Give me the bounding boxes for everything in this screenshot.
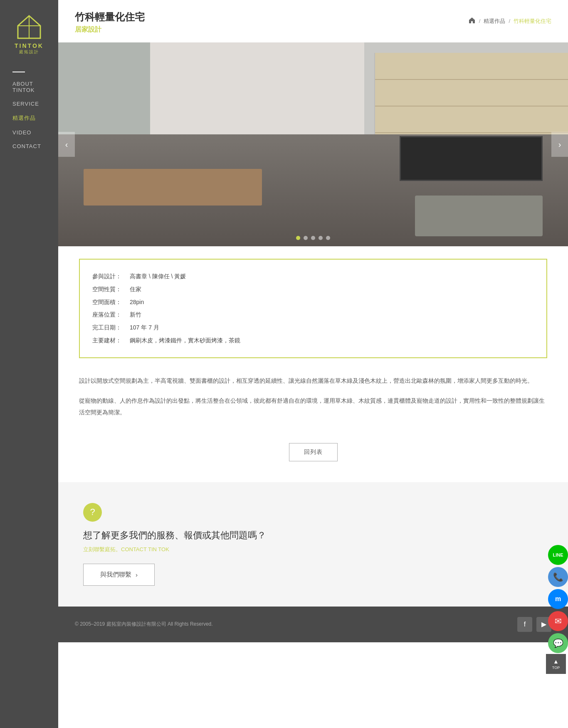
info-space-type-value: 住家: [130, 283, 141, 296]
logo-area: TINTOK 庭拓設計: [0, 8, 58, 63]
carousel-section: ‹ ›: [58, 42, 568, 246]
back-btn-section: 回列表: [58, 439, 568, 474]
sidebar-item-portfolio[interactable]: 精選作品: [12, 114, 46, 122]
question-icon: ?: [83, 503, 102, 522]
email-float-button[interactable]: ✉: [548, 611, 568, 631]
info-row-location: 座落位置： 新竹: [92, 308, 534, 321]
contact-btn-label: 與我們聯繫: [100, 571, 131, 579]
page-header: 竹科輕量化住宅 居家設計 / 精選作品 / 竹科輕量化住宅: [58, 0, 568, 42]
info-row-space-area: 空間面積： 28pin: [92, 296, 534, 309]
messenger-icon: m: [555, 595, 561, 603]
breadcrumb-level1[interactable]: 精選作品: [484, 17, 505, 25]
room-table: [84, 169, 262, 206]
facebook-icon[interactable]: f: [517, 617, 532, 632]
info-space-type-label: 空間性質：: [92, 283, 130, 296]
scroll-top-arrow-icon: ▲: [553, 658, 559, 665]
info-location-label: 座落位置：: [92, 308, 130, 321]
footer: © 2005–2019 庭拓室內裝修設計有限公司 All Rights Rese…: [58, 607, 568, 642]
scroll-top-label: TOP: [552, 666, 560, 670]
sidebar-item-about[interactable]: ABOUT TINTOK: [12, 81, 46, 93]
float-buttons: LINE 📞 m ✉ 💬: [548, 545, 568, 653]
nav-menu: ABOUT TINTOK SERVICE 精選作品 VIDEO CONTACT: [0, 81, 58, 149]
breadcrumb-home-icon[interactable]: [468, 17, 476, 25]
breadcrumb-level2: 竹科輕量化住宅: [514, 17, 551, 25]
info-date-value: 107 年 7 月: [130, 321, 159, 334]
footer-copyright: © 2005–2019 庭拓室內裝修設計有限公司 All Rights Rese…: [75, 621, 213, 628]
carousel-prev-button[interactable]: ‹: [58, 132, 75, 157]
info-date-label: 完工日期：: [92, 321, 130, 334]
info-materials-value: 鋼刷木皮，烤漆鐵件，實木砂面烤漆，茶鏡: [130, 334, 240, 347]
info-space-area-value: 28pin: [130, 296, 144, 309]
info-location-value: 新竹: [130, 308, 141, 321]
logo-text-cn: 庭拓設計: [19, 49, 39, 55]
logo-icon: [15, 12, 44, 42]
description-section: 設計以開放式空間規劃為主，半高電視牆、雙面書櫃的設計，相互穿透的延續性、讓光線自…: [58, 371, 568, 439]
carousel-dot-2[interactable]: [304, 236, 308, 240]
info-space-area-label: 空間面積：: [92, 296, 130, 309]
info-section: 參與設計： 高書章 \ 陳偉任 \ 黃媛 空間性質： 住家 空間面積： 28pi…: [58, 246, 568, 371]
carousel-dot-4[interactable]: [319, 236, 323, 240]
contact-cta-subtitle: 立刻聯繫庭拓。CONTACT TIN TOK: [83, 546, 543, 553]
breadcrumb: / 精選作品 / 竹科輕量化住宅: [468, 17, 551, 25]
description-para2: 從寵物的動線、人的作息作為設計的出發點，將生活整合在公領域，彼此都有舒適自在的環…: [79, 395, 547, 418]
room-tv: [400, 136, 542, 181]
footer-social: f ▶: [517, 617, 551, 632]
info-row-materials: 主要建材： 鋼刷木皮，烤漆鐵件，實木砂面烤漆，茶鏡: [92, 334, 534, 347]
email-icon: ✉: [555, 616, 562, 626]
messenger-float-button[interactable]: m: [548, 589, 568, 609]
chat-icon: 💬: [553, 638, 563, 648]
room-bg: [58, 42, 568, 246]
carousel-next-button[interactable]: ›: [551, 132, 568, 157]
info-row-space-type: 空間性質： 住家: [92, 283, 534, 296]
room-sofa: [415, 196, 543, 236]
breadcrumb-sep2: /: [509, 18, 510, 24]
info-design-value: 高書章 \ 陳偉任 \ 黃媛: [130, 270, 186, 283]
info-row-design: 參與設計： 高書章 \ 陳偉任 \ 黃媛: [92, 270, 534, 283]
main-content: 竹科輕量化住宅 居家設計 / 精選作品 / 竹科輕量化住宅: [58, 0, 568, 728]
sidebar-item-video[interactable]: VIDEO: [12, 129, 46, 136]
line-icon: LINE: [553, 552, 563, 557]
page-subtitle: 居家設計: [75, 25, 551, 34]
sidebar-item-service[interactable]: SERVICE: [12, 101, 46, 107]
carousel-dot-5[interactable]: [326, 236, 330, 240]
phone-float-button[interactable]: 📞: [548, 567, 568, 587]
carousel-dots: [296, 236, 330, 240]
phone-icon: 📞: [553, 572, 563, 582]
contact-btn-arrow: ›: [136, 571, 138, 578]
info-row-date: 完工日期： 107 年 7 月: [92, 321, 534, 334]
logo-text-tintok: TINTOK: [15, 42, 44, 49]
chat-float-button[interactable]: 💬: [548, 633, 568, 653]
back-to-list-button[interactable]: 回列表: [289, 443, 338, 461]
carousel-image: [58, 42, 568, 246]
contact-us-button[interactable]: 與我們聯繫 ›: [83, 564, 155, 586]
info-materials-label: 主要建材：: [92, 334, 130, 347]
description-para1: 設計以開放式空間規劃為主，半高電視牆、雙面書櫃的設計，相互穿透的延續性、讓光線自…: [79, 375, 547, 386]
carousel-dot-1[interactable]: [296, 236, 300, 240]
sidebar-divider: [12, 72, 25, 72]
contact-cta-title: 想了解更多我們的服務、報價或其他問題嗎？: [83, 529, 543, 542]
breadcrumb-sep1: /: [479, 18, 481, 24]
info-box: 參與設計： 高書章 \ 陳偉任 \ 黃媛 空間性質： 住家 空間面積： 28pi…: [79, 259, 547, 358]
sidebar: TINTOK 庭拓設計 ABOUT TINTOK SERVICE 精選作品 VI…: [0, 0, 58, 728]
contact-cta-section: ? 想了解更多我們的服務、報價或其他問題嗎？ 立刻聯繫庭拓。CONTACT TI…: [58, 482, 568, 607]
info-design-label: 參與設計：: [92, 270, 130, 283]
carousel-dot-3[interactable]: [311, 236, 315, 240]
scroll-top-button[interactable]: ▲ TOP: [546, 654, 566, 674]
line-float-button[interactable]: LINE: [548, 545, 568, 565]
sidebar-item-contact[interactable]: CONTACT: [12, 143, 46, 149]
